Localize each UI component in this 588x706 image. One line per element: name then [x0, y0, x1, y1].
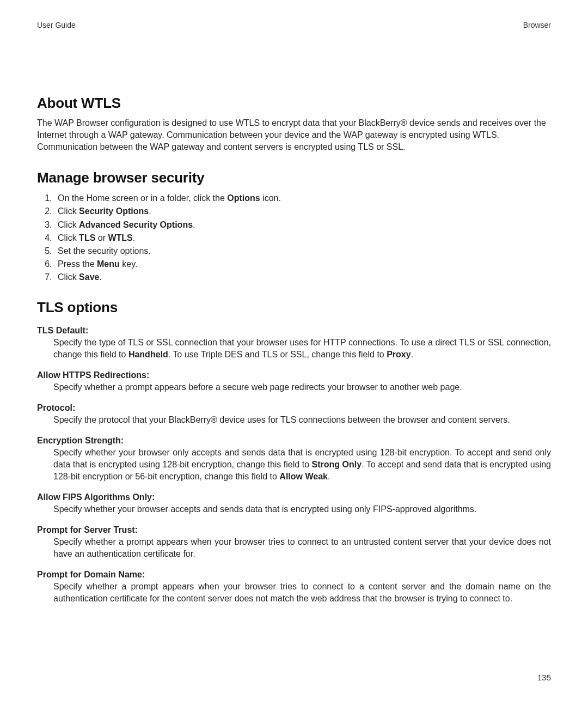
step-bold: Advanced Security Options [79, 220, 193, 229]
option-term: Encryption Strength: [37, 436, 551, 446]
step-item: Click TLS or WTLS. [54, 232, 551, 244]
header-right: Browser [523, 21, 551, 29]
step-item: On the Home screen or in a folder, click… [54, 192, 551, 204]
step-item: Set the security options. [54, 245, 551, 257]
option-block: TLS Default: Specify the type of TLS or … [37, 326, 551, 361]
desc-bold: Strong Only [312, 460, 362, 469]
step-text: Set the security options. [58, 246, 151, 255]
step-bold: Options [227, 193, 260, 203]
desc-bold: Handheld [128, 350, 168, 359]
step-bold: Save [79, 272, 99, 282]
desc-text: Specify whether your browser accepts and… [53, 504, 476, 514]
step-text: or [95, 233, 108, 242]
step-text: Click [58, 206, 79, 216]
option-desc: Specify whether a prompt appears when yo… [53, 581, 551, 605]
paragraph-about-wtls: The WAP Browser configuration is designe… [37, 117, 551, 153]
desc-text: Specify whether a prompt appears when yo… [53, 582, 551, 603]
heading-about-wtls: About WTLS [37, 95, 551, 112]
option-desc: Specify whether a prompt appears before … [53, 381, 551, 393]
document-page: User Guide Browser About WTLS The WAP Br… [0, 0, 588, 706]
option-term: Allow HTTPS Redirections: [37, 370, 551, 380]
option-block: Prompt for Server Trust: Specify whether… [37, 525, 551, 560]
step-text: . [149, 206, 151, 216]
step-bold: WTLS [108, 233, 132, 242]
option-term: Prompt for Domain Name: [37, 570, 551, 580]
step-text: icon. [260, 193, 281, 203]
desc-text: . [328, 472, 330, 481]
step-text: key. [120, 259, 138, 269]
desc-text: Specify the protocol that your BlackBerr… [53, 415, 510, 424]
option-desc: Specify whether your browser accepts and… [53, 503, 551, 515]
step-item: Click Security Options. [54, 205, 551, 217]
desc-bold: Proxy [387, 350, 411, 359]
header-left: User Guide [37, 21, 76, 29]
option-term: Prompt for Server Trust: [37, 525, 551, 535]
option-term: TLS Default: [37, 326, 551, 336]
step-bold: Security Options [79, 206, 149, 216]
option-block: Encryption Strength: Specify whether you… [37, 436, 551, 483]
page-number: 135 [537, 673, 551, 682]
step-bold: TLS [79, 233, 95, 242]
step-text: . [193, 220, 195, 229]
option-desc: Specify the type of TLS or SSL connectio… [53, 337, 551, 361]
step-item: Click Advanced Security Options. [54, 218, 551, 231]
option-desc: Specify whether your browser only accept… [53, 447, 551, 483]
desc-text: . To use Triple DES and TLS or SSL, chan… [168, 350, 387, 359]
step-bold: Menu [97, 259, 120, 269]
step-text: On the Home screen or in a folder, click… [58, 193, 227, 203]
option-term: Allow FIPS Algorithms Only: [37, 492, 551, 502]
step-text: Click [58, 220, 79, 229]
page-header: User Guide Browser [37, 21, 551, 29]
option-block: Allow HTTPS Redirections: Specify whethe… [37, 370, 551, 393]
option-block: Prompt for Domain Name: Specify whether … [37, 570, 551, 605]
step-item: Press the Menu key. [54, 258, 551, 270]
step-text: Click [58, 233, 79, 242]
step-text: Click [58, 272, 79, 282]
steps-list: On the Home screen or in a folder, click… [37, 192, 551, 283]
option-block: Protocol: Specify the protocol that your… [37, 403, 551, 426]
desc-text: . [411, 350, 413, 359]
desc-text: Specify whether a prompt appears when yo… [53, 537, 551, 558]
option-term: Protocol: [37, 403, 551, 413]
heading-manage-browser-security: Manage browser security [37, 169, 551, 186]
step-text: Press the [58, 259, 97, 269]
step-item: Click Save. [54, 271, 551, 283]
option-desc: Specify whether a prompt appears when yo… [53, 536, 551, 560]
desc-bold: Allow Weak [279, 472, 328, 481]
option-desc: Specify the protocol that your BlackBerr… [53, 414, 551, 426]
desc-text: Specify whether a prompt appears before … [53, 382, 462, 392]
step-text: . [99, 272, 101, 282]
option-block: Allow FIPS Algorithms Only: Specify whet… [37, 492, 551, 515]
step-text: . [133, 233, 135, 242]
heading-tls-options: TLS options [37, 299, 551, 316]
